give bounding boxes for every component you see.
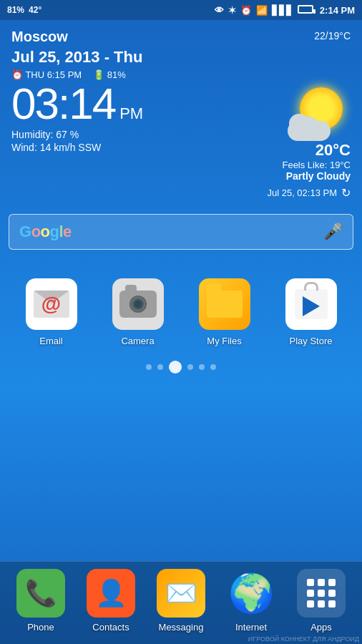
contacts-icon: 👤 bbox=[87, 569, 135, 618]
apps-icon bbox=[297, 569, 346, 618]
dock-contacts[interactable]: 👤 Contacts bbox=[79, 569, 143, 633]
status-bar: 81% 42° 👁 ✶ ⏰ 📶 ▋▋▋ 2:14 PM bbox=[0, 0, 362, 20]
page-indicators: ⌂ bbox=[0, 353, 362, 381]
clock-time: 03:14 bbox=[11, 82, 115, 126]
app-camera[interactable]: Camera bbox=[98, 278, 177, 346]
bluetooth-icon: ✶ bbox=[228, 5, 236, 16]
clock-ampm: PM bbox=[119, 104, 143, 123]
page-dot-1[interactable] bbox=[146, 364, 152, 370]
app-myfiles[interactable]: My Files bbox=[185, 278, 264, 346]
battery-icon bbox=[298, 5, 315, 16]
dock-phone-label: Phone bbox=[27, 622, 54, 633]
mic-icon[interactable]: 🎤 bbox=[323, 223, 343, 241]
playstore-icon bbox=[285, 278, 337, 330]
eye-icon: 👁 bbox=[215, 5, 224, 16]
weather-date: Jul 25, 2013 - Thu bbox=[11, 48, 351, 67]
google-logo: Google bbox=[19, 223, 323, 241]
camera-icon bbox=[112, 278, 164, 330]
dock-internet[interactable]: 🌍 Internet bbox=[219, 569, 283, 633]
internet-icon: 🌍 bbox=[227, 569, 275, 618]
last-update-row: Jul 25, 02:13 PM ↻ bbox=[11, 186, 351, 200]
humidity-label: Humidity: 67 % bbox=[11, 129, 143, 140]
temp-range: 22/19°C bbox=[314, 30, 351, 42]
temperature-label: 42° bbox=[29, 5, 41, 15]
app-grid: @ Email Camera My Files P bbox=[0, 264, 362, 353]
weather-icon bbox=[282, 87, 346, 141]
email-icon: @ bbox=[26, 278, 77, 330]
last-update-time: Jul 25, 02:13 PM bbox=[267, 187, 337, 198]
page-dot-4[interactable] bbox=[187, 364, 193, 370]
weather-widget: Moscow 22/19°C Jul 25, 2013 - Thu ⏰ THU … bbox=[0, 20, 362, 207]
page-dot-5[interactable] bbox=[199, 364, 205, 370]
messaging-icon: ✉️ bbox=[157, 569, 205, 618]
dock-internet-label: Internet bbox=[235, 622, 267, 633]
search-bar[interactable]: Google 🎤 bbox=[9, 214, 353, 250]
battery-percent: 81% bbox=[7, 5, 24, 15]
phone-icon: 📞 bbox=[16, 569, 65, 618]
current-temp: 20°C bbox=[282, 141, 351, 160]
app-files-label: My Files bbox=[207, 336, 241, 346]
page-dot-home[interactable]: ⌂ bbox=[169, 361, 182, 374]
status-right: 👁 ✶ ⏰ 📶 ▋▋▋ 2:14 PM bbox=[215, 5, 355, 16]
search-bar-container[interactable]: Google 🎤 bbox=[9, 214, 353, 250]
dock-phone[interactable]: 📞 Phone bbox=[9, 569, 73, 633]
app-playstore-label: Play Store bbox=[290, 336, 333, 346]
wind-label: Wind: 14 km/h SSW bbox=[11, 142, 143, 153]
watermark: ИГРОВОЙ КОННЕКТ ДЛЯ АНДРОИД bbox=[245, 634, 362, 644]
app-playstore[interactable]: Play Store bbox=[271, 278, 351, 346]
city-name: Moscow bbox=[11, 29, 68, 45]
app-email-label: Email bbox=[39, 336, 63, 346]
app-email[interactable]: @ Email bbox=[11, 278, 91, 346]
app-camera-label: Camera bbox=[121, 336, 154, 346]
feels-like: Feels Like: 19°C bbox=[282, 160, 351, 170]
dock-contacts-label: Contacts bbox=[92, 622, 129, 633]
page-dot-2[interactable] bbox=[157, 364, 163, 370]
wifi-icon: 📶 bbox=[256, 5, 268, 16]
clock-status: 2:14 PM bbox=[320, 5, 355, 16]
alarm-icon: ⏰ bbox=[240, 5, 252, 16]
dock-messaging[interactable]: ✉️ Messaging bbox=[149, 569, 213, 633]
weather-condition: Partly Cloudy bbox=[282, 170, 351, 182]
signal-bars: ▋▋▋ bbox=[272, 5, 293, 16]
dock-apps[interactable]: Apps bbox=[289, 569, 353, 633]
files-icon bbox=[199, 278, 250, 330]
page-dot-6[interactable] bbox=[210, 364, 216, 370]
dock-apps-label: Apps bbox=[310, 622, 332, 633]
dock-messaging-label: Messaging bbox=[159, 622, 204, 633]
status-left: 81% 42° bbox=[7, 5, 41, 15]
refresh-icon[interactable]: ↻ bbox=[341, 186, 351, 200]
dock: 📞 Phone 👤 Contacts ✉️ Messaging 🌍 Intern… bbox=[0, 561, 362, 644]
